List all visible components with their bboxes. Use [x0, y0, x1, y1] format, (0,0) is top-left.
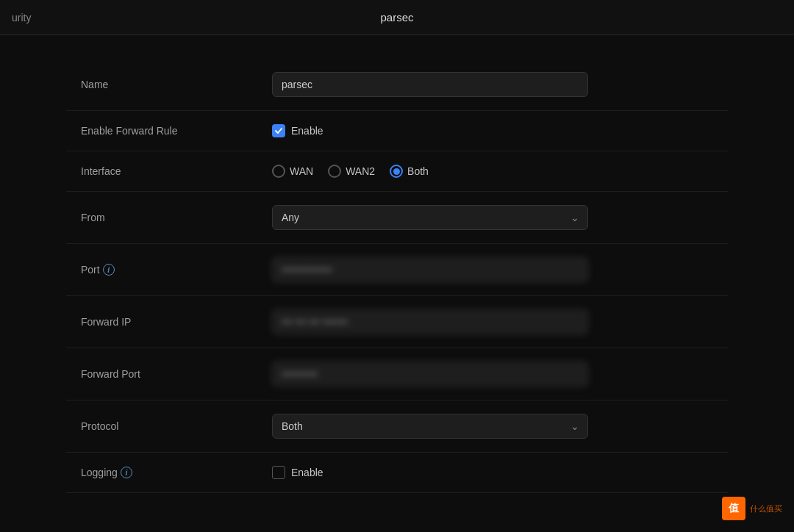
protocol-row: Protocol Both TCP UDP ⌄ — [66, 400, 728, 453]
interface-wan-label: WAN — [290, 165, 313, 177]
from-label: From — [66, 212, 272, 223]
port-label-wrapper: Port i — [81, 264, 272, 276]
port-control: •••••••••••••• — [272, 257, 728, 282]
logging-label-wrapper: Logging i — [81, 467, 272, 478]
page-title: parsec — [380, 11, 413, 24]
interface-both-radio[interactable] — [390, 165, 403, 178]
logging-label-text: Logging — [81, 467, 118, 478]
forward-ip-label: Forward IP — [66, 316, 272, 328]
name-control — [272, 72, 728, 97]
forward-ip-input-blurred: ••• ••• ••• ••••••• — [272, 309, 588, 334]
interface-row: Interface WAN WAN2 Both — [66, 151, 728, 192]
forward-ip-control: ••• ••• ••• ••••••• — [272, 309, 728, 334]
page-header: urity parsec — [0, 0, 794, 35]
watermark-logo: 值 — [722, 497, 745, 520]
port-input-blurred: •••••••••••••• — [272, 257, 588, 282]
logging-checkbox[interactable] — [272, 466, 285, 479]
interface-wan-option[interactable]: WAN — [272, 165, 313, 178]
protocol-select-wrapper: Both TCP UDP ⌄ — [272, 414, 588, 439]
enable-forward-checkbox[interactable] — [272, 124, 285, 137]
port-label-text: Port — [81, 264, 100, 276]
name-row: Name — [66, 59, 728, 111]
port-info-icon[interactable]: i — [103, 264, 115, 276]
enable-forward-checkbox-label: Enable — [291, 125, 323, 137]
from-control: Any ⌄ — [272, 205, 728, 230]
forward-port-label: Forward Port — [66, 368, 272, 380]
enable-forward-label: Enable Forward Rule — [66, 125, 272, 137]
logging-row: Logging i Enable — [66, 453, 728, 493]
enable-forward-checkbox-wrapper: Enable — [272, 124, 728, 137]
enable-forward-row: Enable Forward Rule Enable — [66, 111, 728, 151]
form-content: Name Enable Forward Rule Enable Interfac… — [66, 35, 728, 517]
name-label: Name — [66, 79, 272, 90]
protocol-select[interactable]: Both TCP UDP — [272, 414, 588, 439]
interface-wan2-option[interactable]: WAN2 — [328, 165, 375, 178]
interface-radio-group: WAN WAN2 Both — [272, 165, 728, 178]
interface-wan2-radio[interactable] — [328, 165, 341, 178]
forward-port-row: Forward Port •••••••••• — [66, 348, 728, 400]
protocol-control: Both TCP UDP ⌄ — [272, 414, 728, 439]
interface-control: WAN WAN2 Both — [272, 165, 728, 178]
logging-control: Enable — [272, 466, 728, 479]
protocol-label: Protocol — [66, 420, 272, 432]
watermark-label: 什么值买 — [750, 503, 782, 514]
from-select[interactable]: Any — [272, 205, 588, 230]
name-input[interactable] — [272, 72, 588, 97]
logging-checkbox-label: Enable — [291, 467, 323, 478]
from-row: From Any ⌄ — [66, 192, 728, 244]
breadcrumb: urity — [12, 12, 31, 24]
interface-wan2-label: WAN2 — [346, 165, 375, 177]
port-label: Port i — [66, 264, 272, 276]
interface-both-label: Both — [407, 165, 429, 177]
interface-label: Interface — [66, 165, 272, 177]
from-select-wrapper: Any ⌄ — [272, 205, 588, 230]
logging-checkbox-wrapper: Enable — [272, 466, 728, 479]
watermark: 值 什么值买 — [722, 497, 782, 520]
logging-info-icon[interactable]: i — [121, 467, 132, 478]
enable-forward-control: Enable — [272, 124, 728, 137]
interface-both-radio-inner — [393, 168, 400, 175]
logging-label: Logging i — [66, 467, 272, 478]
interface-wan-radio[interactable] — [272, 165, 285, 178]
forward-port-control: •••••••••• — [272, 362, 728, 387]
forward-ip-row: Forward IP ••• ••• ••• ••••••• — [66, 296, 728, 348]
forward-port-input-blurred: •••••••••• — [272, 362, 588, 387]
port-row: Port i •••••••••••••• — [66, 244, 728, 296]
watermark-logo-text: 值 — [729, 502, 739, 515]
interface-both-option[interactable]: Both — [390, 165, 429, 178]
